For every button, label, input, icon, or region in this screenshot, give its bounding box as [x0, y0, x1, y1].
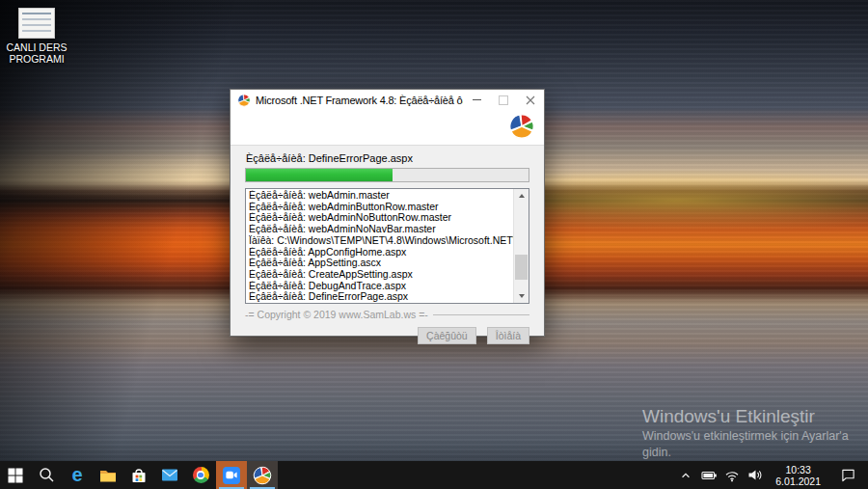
copyright-text: -= Copyright © 2019 www.SamLab.ws =-: [245, 309, 428, 320]
desktop-shortcut-label-line2: PROGRAMI: [4, 53, 69, 65]
log-list-item: Èçâëå÷åíèå: webAdmin.master: [249, 190, 513, 202]
log-list-item: Èçâëå÷åíèå: CreateAppSetting.aspx: [249, 269, 513, 281]
watermark-title: Windows'u Etkinleştir: [642, 405, 868, 428]
desktop: CANLI DERS PROGRAMI Windows'u Etkinleşti…: [0, 0, 868, 489]
application-window-icon: [18, 8, 55, 39]
taskbar-net-installer-button[interactable]: [247, 461, 278, 489]
start-button[interactable]: [0, 461, 31, 489]
dialog-titlebar[interactable]: Microsoft .NET Framework 4.8: Èçâëå÷åíèå…: [231, 90, 544, 110]
log-list-item: Èçâëå÷åíèå: DebugAndTrace.aspx: [249, 281, 513, 292]
search-icon: [39, 467, 55, 483]
taskbar-file-explorer-button[interactable]: [93, 461, 123, 489]
log-list-item: Èçâëå÷åíèå: AppSetting.ascx: [249, 258, 513, 269]
desktop-shortcut-label-line1: CANLI DERS: [4, 41, 69, 53]
taskbar-search-button[interactable]: [31, 461, 62, 489]
taskbar-zoom-button[interactable]: [216, 461, 247, 489]
file-explorer-icon: [99, 468, 117, 483]
taskbar-mail-button[interactable]: [154, 461, 185, 489]
taskbar-chrome-button[interactable]: [185, 461, 216, 489]
scroll-up-icon[interactable]: [514, 189, 529, 203]
taskbar: e: [0, 461, 868, 489]
progress-bar-fill: [246, 169, 393, 181]
log-list-item: Èçâëå÷åíèå: webAdminButtonRow.master: [249, 202, 513, 213]
close-window-button[interactable]: [517, 90, 544, 110]
cancel-button[interactable]: Îòìåíà: [487, 327, 529, 344]
taskbar-store-button[interactable]: [123, 461, 154, 489]
microsoft-store-icon: [130, 467, 148, 483]
extraction-status-label: Èçâëå÷åíèå: DefineErrorPage.aspx: [246, 152, 529, 164]
dialog-body: Èçâëå÷åíèå: DefineErrorPage.aspx Èçâëå÷å…: [231, 146, 544, 351]
net-framework-installer-dialog: Microsoft .NET Framework 4.8: Èçâëå÷åíèå…: [230, 89, 545, 337]
minimize-icon: [473, 99, 481, 100]
volume-icon[interactable]: [746, 461, 765, 489]
hidden-icons-chevron-icon[interactable]: [676, 461, 695, 489]
clock-time: 10:33: [775, 464, 821, 475]
minimize-button[interactable]: [463, 90, 490, 110]
taskbar-edge-button[interactable]: e: [62, 461, 93, 489]
net-installer-pinwheel-icon: [253, 466, 272, 485]
installer-pinwheel-icon: [237, 94, 251, 107]
mail-icon: [161, 468, 178, 482]
chrome-icon: [193, 467, 209, 483]
close-icon: [526, 95, 535, 105]
clock-date: 6.01.2021: [775, 475, 821, 487]
maximize-icon: [499, 95, 508, 105]
progress-bar: [245, 168, 529, 182]
dialog-header: [231, 110, 544, 146]
system-tray: 10:33 6.01.2021: [676, 461, 868, 489]
taskbar-empty-area: [278, 461, 676, 489]
copyright-row: -= Copyright © 2019 www.SamLab.ws =-: [245, 309, 529, 320]
scroll-down-icon[interactable]: [514, 289, 529, 303]
log-list-item: Èçâëå÷åíèå: webAdminNoButtonRow.master: [249, 212, 513, 224]
log-list-item: Èçâëå÷åíèå: webAdminNoNavBar.master: [249, 224, 513, 235]
log-list-item: Èçâëå÷åíèå: DefineErrorPage.aspx: [249, 291, 513, 303]
taskbar-clock[interactable]: 10:33 6.01.2021: [769, 464, 827, 487]
log-list-item: Èçâëå÷åíèå: AppConfigHome.aspx: [249, 247, 513, 258]
samlab-pinwheel-logo: [508, 113, 535, 140]
activation-watermark: Windows'u Etkinleştir Windows'u etkinleş…: [642, 405, 868, 461]
watermark-subtitle: Windows'u etkinleştirmek için Ayarlar'a …: [642, 428, 868, 461]
action-center-icon: [841, 468, 855, 482]
close-button[interactable]: Çàêğûòü: [418, 327, 476, 344]
dialog-title: Microsoft .NET Framework 4.8: Èçâëå÷åíèå…: [256, 95, 463, 106]
list-scrollbar[interactable]: [513, 189, 529, 303]
action-center-button[interactable]: [831, 468, 864, 482]
copyright-divider: [433, 314, 529, 315]
extraction-log-list: Èçâëå÷åíèå: webAdmin.master Èçâëå÷åíèå: …: [245, 188, 529, 304]
log-list-item: Ïàïêà: C:\Windows\TEMP\NET\4.8\Windows\M…: [249, 235, 513, 247]
wifi-icon[interactable]: [722, 461, 742, 489]
scrollbar-thumb[interactable]: [515, 255, 528, 280]
desktop-shortcut-canli-ders[interactable]: CANLI DERS PROGRAMI: [4, 8, 69, 65]
edge-icon: e: [71, 466, 82, 483]
battery-icon[interactable]: [699, 461, 719, 489]
zoom-icon: [223, 467, 240, 484]
windows-logo-icon: [8, 468, 23, 483]
maximize-button[interactable]: [490, 90, 517, 110]
